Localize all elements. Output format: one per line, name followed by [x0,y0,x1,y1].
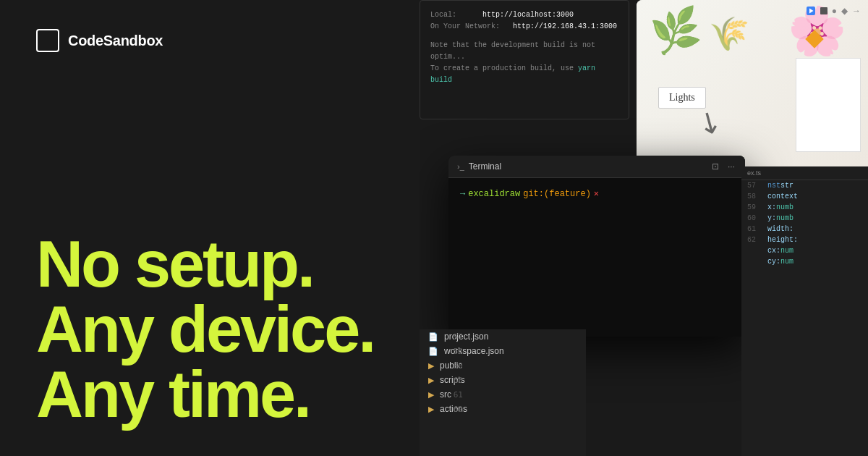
code-line-64: cy: num [741,256,868,267]
line-58: 58 [454,347,463,356]
logo-text: CodeSandbox [68,33,163,49]
botanical-elements: 🌿 🌸 🌾 Lights ↘ [637,0,868,166]
line-61: 61 [454,390,463,400]
excalidraw-window: 🌿 🌸 🌾 Lights ↘ ● ◆ → [637,0,868,166]
flower-decoration-1: 🌿 [647,4,705,59]
code-text: y: [767,214,776,222]
code-type: num [780,258,793,266]
file-item-project-json[interactable]: 📄 project.json 57 [420,329,586,344]
code-text: cx: [767,247,780,255]
folder-icon: ▶ [428,390,434,400]
code-line-62: 62 height: [741,235,868,245]
file-name: project.json [444,332,488,342]
terminal-prompt-line: → excalidraw git:(feature) ✕ [460,188,733,199]
code-text: height: [767,236,798,244]
code-line-61: 61 width: [741,224,868,235]
left-panel: CodeSandbox No setup. Any device. Any ti… [0,0,420,456]
dev-server-note2: To create a production build, use yarn b… [430,63,618,86]
line-number: 60 [747,214,762,222]
code-line-63: cx: num [741,245,868,256]
folder-icon: ▶ [428,376,434,385]
line-number: 59 [747,203,762,211]
file-explorer: 📄 project.json 57 📄 workspace.json 58 ▶ … [420,329,586,456]
line-number: 57 [747,182,762,190]
prompt-x: ✕ [594,188,599,199]
terminal-prompt-icon: ›_ [457,162,464,171]
folder-name: src [440,389,451,400]
terminal-expand-btn[interactable]: ⊡ [710,161,720,172]
toolbar-diamond-icon: ◆ [841,6,848,16]
line-number: 61 [747,225,762,233]
code-text: str [780,182,793,190]
code-line-60: 60 y: numb [741,213,868,224]
flower-decoration-3: 🌾 [709,14,749,53]
code-type: num [780,247,793,255]
code-text: x: [767,203,776,211]
code-text: context [767,193,798,200]
file-icon: 📄 [428,332,438,342]
file-item-src[interactable]: ▶ src 61 [420,387,586,402]
code-line-57: 57 nst str [741,180,868,191]
line-number: 58 [747,193,762,200]
code-line-58: 58 context [741,191,868,202]
folder-icon: ▶ [428,361,434,371]
file-item-actions[interactable]: ▶ actions 62 [420,402,586,416]
yarn-cmd: yarn build [430,64,595,84]
right-panel: 🌿 🌸 🌾 Lights ↘ ● ◆ → Local: http://l [420,0,868,456]
local-url: http://localhost:3000 [482,11,574,19]
line-59: 59 [454,361,463,371]
line-number: 62 [747,236,762,244]
excalidraw-toolbar: ● ◆ → [806,6,861,16]
line-60: 60 [454,376,463,385]
terminal-title: Terminal [469,161,501,172]
terminal-more-btn[interactable]: ··· [726,161,736,172]
network-label: On Your Network: [430,22,500,30]
folder-icon: ▶ [428,405,434,414]
file-item-public[interactable]: ▶ public 59 [420,358,586,373]
hero-line-3: Any time. [36,362,383,427]
file-item-workspace-json[interactable]: 📄 workspace.json 58 [420,344,586,358]
network-url: http://192.168.43.1:3000 [513,22,617,30]
code-text: width: [767,225,793,233]
code-filename: ex.ts [741,166,868,180]
lights-label: Lights [658,87,706,109]
play-icon[interactable] [806,6,816,16]
local-label: Local: [430,11,456,19]
terminal-title-left: ›_ Terminal [457,161,501,172]
code-text: cy: [767,258,780,266]
toolbar-rect-icon[interactable] [820,7,827,14]
toolbar-arrow-icon: → [852,6,861,16]
code-panel: ex.ts 57 nst str 58 context 59 x: numb 6… [741,166,868,456]
dev-server-note1: Note that the development build is not o… [430,40,618,63]
line-62: 62 [454,405,463,414]
white-card-decoration [796,58,861,152]
code-type: numb [776,214,793,222]
prompt-branch: git:(feature) [523,189,591,199]
dev-server-content: Local: http://localhost:3000 On Your Net… [420,1,629,95]
dev-server-window: Local: http://localhost:3000 On Your Net… [420,0,629,119]
code-keyword: nst [767,182,780,190]
terminal-title-right: ⊡ ··· [710,161,736,172]
botanical-background: 🌿 🌸 🌾 Lights ↘ [637,0,868,166]
codesandbox-logo-icon [36,29,59,52]
file-icon: 📄 [428,347,438,356]
hero-line-1: No setup. [36,232,383,297]
hero-line-2: Any device. [36,297,383,362]
hero-text: No setup. Any device. Any time. [36,232,383,427]
terminal-body: → excalidraw git:(feature) ✕ [448,178,745,209]
prompt-dir: excalidraw [468,189,520,199]
logo-area: CodeSandbox [36,29,383,52]
toolbar-dot-icon: ● [832,6,837,16]
line-57: 57 [454,332,463,342]
terminal-titlebar: ›_ Terminal ⊡ ··· [448,156,745,178]
prompt-arrow: → [460,189,465,199]
code-type: numb [776,203,793,211]
terminal-window: ›_ Terminal ⊡ ··· → excalidraw git:(feat… [448,156,745,337]
file-item-scripts[interactable]: ▶ scripts 60 [420,373,586,387]
code-line-59: 59 x: numb [741,202,868,213]
